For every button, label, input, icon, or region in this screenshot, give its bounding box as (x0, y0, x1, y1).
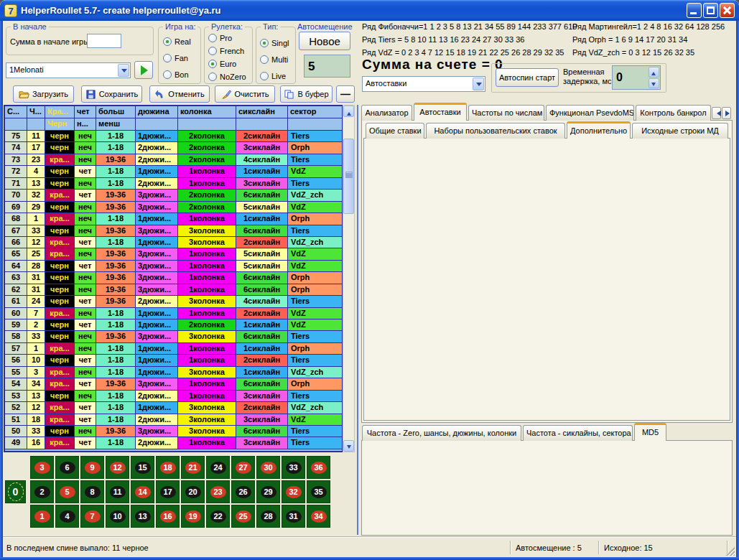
table-cell[interactable]: VdZ (288, 166, 343, 177)
table-cell[interactable]: 12 (27, 402, 45, 414)
table-cell[interactable]: 1дюжи... (136, 402, 178, 414)
table-cell[interactable]: кра... (45, 154, 75, 166)
table-cell[interactable]: 34 (27, 378, 45, 390)
table-cell[interactable]: VdZ (288, 261, 343, 272)
board-cell-33[interactable]: 33 (282, 456, 305, 479)
table-cell[interactable]: 1колонка (178, 272, 236, 284)
table-cell[interactable]: 2сиклайн (236, 355, 288, 366)
subtab-additional[interactable]: Дополнительно (567, 121, 631, 139)
table-cell[interactable]: Orph (288, 343, 343, 355)
table-cell[interactable]: 69 (5, 202, 27, 213)
table-cell[interactable]: 6сиклайн (236, 378, 288, 390)
board-cell-17[interactable]: 17 (156, 480, 180, 503)
table-cell[interactable]: 23 (27, 154, 45, 166)
table-cell[interactable]: 3колонка (178, 296, 236, 307)
board-cell-10[interactable]: 10 (106, 505, 129, 528)
table-cell[interactable]: 3колонка (178, 331, 236, 342)
tab-md5[interactable]: MD5 (634, 423, 666, 441)
radio-french[interactable]: French (208, 47, 244, 55)
board-cell-11[interactable]: 11 (106, 480, 129, 503)
table-cell[interactable]: 49 (5, 437, 27, 449)
table-cell[interactable]: 3сиклайн (236, 178, 288, 190)
table-cell[interactable]: 1-18 (96, 142, 136, 154)
table-cell[interactable]: 65 (5, 248, 27, 260)
board-cell-29[interactable]: 29 (256, 480, 280, 503)
table-cell[interactable]: 66 (5, 237, 27, 248)
table-cell[interactable]: 1дюжи... (136, 319, 178, 331)
table-cell[interactable]: 1-18 (96, 213, 136, 225)
table-cell[interactable]: 2дюжи... (136, 414, 178, 426)
table-cell[interactable]: 1колонка (178, 378, 236, 390)
table-cell[interactable]: 1-18 (96, 355, 136, 366)
table-cell[interactable]: Tiers (288, 391, 343, 402)
table-cell[interactable]: черн (45, 391, 75, 402)
table-cell[interactable]: чет (75, 296, 96, 307)
table-cell[interactable]: 24 (27, 296, 45, 307)
table-cell[interactable]: черн (45, 296, 75, 307)
table-cell[interactable]: 19-36 (96, 378, 136, 390)
spin-up-button[interactable] (649, 67, 659, 78)
board-cell-30[interactable]: 30 (256, 456, 280, 479)
table-cell[interactable]: 61 (5, 296, 27, 307)
spin-down-button[interactable] (649, 78, 659, 89)
to-buffer-button[interactable]: В буфер (280, 85, 333, 103)
table-cell[interactable]: 1колонка (178, 248, 236, 260)
table-cell[interactable]: 3сиклайн (236, 437, 288, 449)
board-cell-26[interactable]: 26 (231, 480, 255, 503)
table-cell[interactable]: 7 (27, 308, 45, 319)
table-cell[interactable]: 17 (27, 142, 45, 154)
table-cell[interactable]: 55 (5, 367, 27, 378)
tab-freq-zero-chances[interactable]: Частота - Zero, шансы, дюжины, колонки (362, 425, 521, 441)
autospin-start-button[interactable]: Автоспин старт (496, 68, 559, 87)
table-cell[interactable]: 1сиклайн (236, 166, 288, 177)
radio-singl[interactable]: Singl (260, 39, 289, 47)
tab-bankroll-control[interactable]: Контроль банкрол (636, 105, 711, 121)
table-cell[interactable]: неч (75, 248, 96, 260)
table-cell[interactable]: 3дюжи... (136, 284, 178, 296)
table-cell[interactable]: 2колонка (178, 142, 236, 154)
table-cell[interactable]: неч (75, 367, 96, 378)
board-cell-5[interactable]: 5 (55, 480, 79, 503)
board-cell-14[interactable]: 14 (131, 480, 154, 503)
table-cell[interactable]: 1сиклайн (236, 319, 288, 331)
table-cell[interactable]: Tiers (288, 178, 343, 190)
new-button[interactable]: Новое (299, 32, 350, 50)
table-cell[interactable]: неч (75, 178, 96, 190)
table-cell[interactable]: 28 (27, 261, 45, 272)
board-cell-6[interactable]: 6 (55, 456, 79, 479)
board-cell-12[interactable]: 12 (106, 456, 129, 479)
table-cell[interactable]: неч (75, 225, 96, 237)
board-cell-32[interactable]: 32 (282, 480, 305, 503)
table-cell[interactable]: 1 (27, 343, 45, 355)
table-cell[interactable]: VdZ (288, 308, 343, 319)
scroll-up-button[interactable] (343, 106, 354, 117)
table-cell[interactable]: 3колонка (178, 402, 236, 414)
table-cell[interactable]: неч (75, 426, 96, 437)
table-cell[interactable]: 19-36 (96, 248, 136, 260)
close-button[interactable] (720, 3, 735, 18)
table-cell[interactable]: Tiers (288, 225, 343, 237)
tab-number-frequencies[interactable]: Частоты по числам (468, 105, 544, 121)
table-cell[interactable]: 12 (27, 237, 45, 248)
board-cell-7[interactable]: 7 (80, 505, 104, 528)
table-cell[interactable]: VdZ_zch (288, 190, 343, 201)
radio-multi[interactable]: Multi (260, 55, 288, 64)
table-cell[interactable]: чет (75, 437, 96, 449)
table-cell[interactable]: 1-18 (96, 402, 136, 414)
table-cell[interactable]: 60 (5, 308, 27, 319)
table-cell[interactable]: 59 (5, 319, 27, 331)
table-cell[interactable]: 51 (5, 414, 27, 426)
table-cell[interactable]: неч (75, 284, 96, 296)
table-cell[interactable]: 6сиклайн (236, 331, 288, 342)
table-cell[interactable]: неч (75, 142, 96, 154)
board-cell-23[interactable]: 23 (206, 480, 230, 503)
table-cell[interactable]: чет (75, 319, 96, 331)
table-cell[interactable]: кра... (45, 248, 75, 260)
table-cell[interactable]: 1колонка (178, 261, 236, 272)
table-cell[interactable]: 2колонка (178, 154, 236, 166)
board-cell-34[interactable]: 34 (307, 505, 330, 528)
table-cell[interactable]: черн (45, 178, 75, 190)
table-cell[interactable]: Tiers (288, 426, 343, 437)
table-cell[interactable]: неч (75, 131, 96, 142)
table-cell[interactable]: кра... (45, 414, 75, 426)
